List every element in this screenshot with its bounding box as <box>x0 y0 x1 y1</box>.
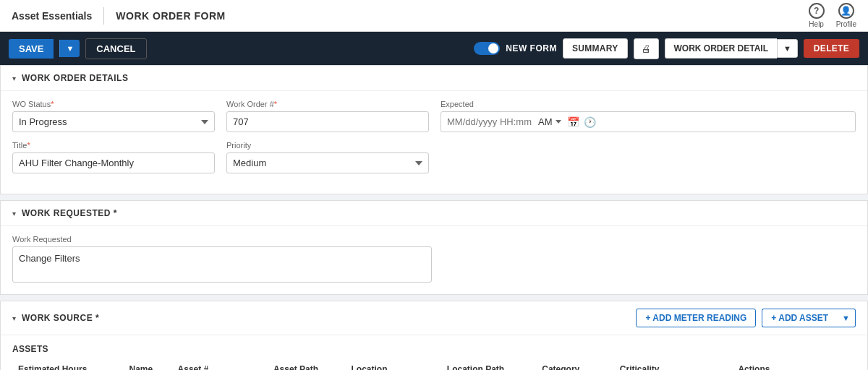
add-meter-reading-button[interactable]: + ADD METER READING <box>636 309 756 327</box>
print-button[interactable]: 🖨 <box>634 38 659 59</box>
help-label: Help <box>809 20 824 28</box>
priority-label: Priority <box>226 141 429 150</box>
priority-select[interactable]: Medium <box>226 152 429 173</box>
main-content: ▾ WORK ORDER DETAILS WO Status* In Progr… <box>0 65 868 370</box>
work-requested-header[interactable]: ▾ WORK REQUESTED * <box>1 201 867 225</box>
priority-group: Priority Medium <box>226 141 429 173</box>
expected-input[interactable] <box>447 116 534 127</box>
work-order-detail-button[interactable]: WORK ORDER DETAIL <box>665 38 777 59</box>
work-order-detail-dropdown[interactable]: ▼ <box>777 39 798 58</box>
header-right: ? Help 👤 Profile <box>809 3 856 28</box>
work-requested-label: Work Requested <box>12 235 856 244</box>
new-form-toggle-group: NEW FORM <box>474 42 557 55</box>
profile-label: Profile <box>836 20 856 28</box>
summary-button[interactable]: SUMMARY <box>563 38 628 59</box>
col-empty-3 <box>716 360 732 370</box>
work-requested-textarea[interactable]: Change Filters <box>12 246 432 283</box>
work-source-actions: + ADD METER READING + ADD ASSET ▼ <box>636 309 856 327</box>
work-source-header[interactable]: ▾ WORK SOURCE * + ADD METER READING + AD… <box>1 301 867 335</box>
assets-label: ASSETS <box>12 344 856 354</box>
form-row-1: WO Status* In Progress Work Order #* Exp… <box>12 100 856 132</box>
work-order-details-body: WO Status* In Progress Work Order #* Exp… <box>1 90 867 194</box>
work-order-details-section: ▾ WORK ORDER DETAILS WO Status* In Progr… <box>0 65 868 194</box>
col-location: Location <box>345 360 441 370</box>
work-requested-section: ▾ WORK REQUESTED * Work Requested Change… <box>0 200 868 295</box>
col-location-path: Location Path <box>441 360 536 370</box>
toolbar: SAVE ▼ CANCEL NEW FORM SUMMARY 🖨 WORK OR… <box>0 32 868 65</box>
work-order-number-input[interactable] <box>226 111 429 132</box>
add-asset-group: + ADD ASSET ▼ <box>762 309 856 327</box>
new-form-label: NEW FORM <box>506 43 557 53</box>
add-asset-dropdown[interactable]: ▼ <box>837 309 856 327</box>
clock-icon[interactable]: 🕐 <box>584 116 596 128</box>
assets-table: Estimated Hours Name Asset # Asset Path … <box>12 360 856 370</box>
work-order-number-group: Work Order #* <box>226 100 429 132</box>
work-order-details-header[interactable]: ▾ WORK ORDER DETAILS <box>1 66 867 90</box>
expected-label: Expected <box>441 100 856 108</box>
chevron-down-icon-2: ▾ <box>12 210 16 218</box>
wo-status-group: WO Status* In Progress <box>12 100 215 132</box>
title-group: Title* <box>12 141 215 173</box>
work-order-number-label: Work Order #* <box>226 100 429 108</box>
new-form-toggle[interactable] <box>474 42 500 55</box>
col-empty-1 <box>684 360 700 370</box>
work-order-detail-group: WORK ORDER DETAIL ▼ <box>665 38 798 59</box>
wo-status-select[interactable]: In Progress <box>12 111 215 132</box>
save-button[interactable]: SAVE <box>9 39 54 59</box>
expected-box: AM PM 📅 🕐 <box>441 111 856 132</box>
table-header-row: Estimated Hours Name Asset # Asset Path … <box>12 360 856 370</box>
col-estimated-hours: Estimated Hours <box>12 360 123 370</box>
work-source-title: WORK SOURCE * <box>22 313 99 323</box>
title-input[interactable] <box>12 152 215 173</box>
wo-status-label: WO Status* <box>12 100 215 108</box>
toolbar-right: NEW FORM SUMMARY 🖨 WORK ORDER DETAIL ▼ D… <box>474 38 859 59</box>
work-order-details-title: WORK ORDER DETAILS <box>22 73 128 83</box>
col-asset-number: Asset # <box>172 360 268 370</box>
col-actions: Actions <box>732 360 856 370</box>
page-title: WORK ORDER FORM <box>116 10 225 22</box>
col-name: Name <box>123 360 171 370</box>
expected-group: Expected AM PM 📅 🕐 <box>441 100 856 132</box>
assets-section: ASSETS Estimated Hours Name Asset # Asse… <box>1 335 867 370</box>
work-source-section: ▾ WORK SOURCE * + ADD METER READING + AD… <box>0 301 868 370</box>
work-requested-title: WORK REQUESTED * <box>22 208 117 218</box>
cancel-button[interactable]: CANCEL <box>85 38 146 59</box>
work-requested-body: Work Requested Change Filters <box>1 225 867 294</box>
app-name: Asset Essentials <box>12 10 92 22</box>
am-pm-select[interactable]: AM PM <box>538 116 563 127</box>
header-divider <box>103 7 104 25</box>
calendar-icon[interactable]: 📅 <box>567 116 579 128</box>
col-empty-2 <box>700 360 716 370</box>
work-source-title-group: ▾ WORK SOURCE * <box>12 313 99 323</box>
add-asset-button[interactable]: + ADD ASSET <box>762 309 837 327</box>
col-criticality: Criticality <box>614 360 684 370</box>
form-row-2: Title* Priority Medium <box>12 141 856 173</box>
delete-button[interactable]: DELETE <box>804 39 859 58</box>
header: Asset Essentials WORK ORDER FORM ? Help … <box>0 0 868 32</box>
profile-button[interactable]: 👤 Profile <box>836 3 856 28</box>
help-icon: ? <box>809 3 825 19</box>
help-button[interactable]: ? Help <box>809 3 825 28</box>
profile-icon: 👤 <box>838 3 854 19</box>
col-asset-path: Asset Path <box>268 360 346 370</box>
work-requested-group: Work Requested Change Filters <box>12 235 856 283</box>
chevron-down-icon-3: ▾ <box>12 314 16 322</box>
title-label: Title* <box>12 141 215 150</box>
col-category: Category <box>536 360 614 370</box>
save-dropdown-button[interactable]: ▼ <box>59 40 80 57</box>
chevron-down-icon: ▾ <box>12 74 16 82</box>
